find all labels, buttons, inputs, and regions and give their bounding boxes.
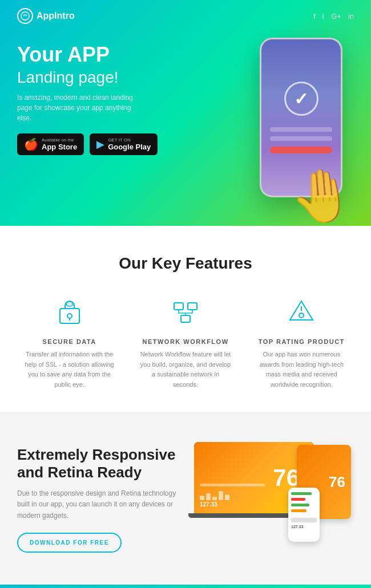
feature-top-rating: TOP RATING PRODUCT Our app has won numer… — [249, 295, 354, 390]
appstore-label: Available on the App Store — [42, 137, 77, 151]
feature-rating-desc: Our app has won numerous awards from lea… — [255, 350, 348, 390]
svg-point-9 — [299, 313, 304, 318]
responsive-desc: Due to the responsive design and Retina … — [17, 488, 177, 521]
feature-network-workflow: NETWORK WORKFLOW Network Workflow featur… — [133, 295, 237, 390]
network-workflow-icon — [168, 295, 203, 330]
responsive-text: Extremely Responsive and Retina Ready Du… — [17, 446, 177, 553]
secure-data-icon — [53, 295, 87, 330]
tablet-number: 76 — [329, 473, 345, 491]
svg-rect-6 — [188, 303, 197, 310]
logo-icon — [17, 8, 33, 24]
hero-section: AppIntro f t G+ in Your APP Landing page… — [0, 0, 371, 226]
svg-rect-5 — [174, 303, 183, 310]
svg-rect-7 — [181, 315, 190, 322]
feature-network-desc: Network Workflow feature will let you bu… — [139, 350, 232, 390]
feature-secure-name: SECURE DATA — [23, 338, 116, 345]
svg-point-0 — [21, 12, 29, 20]
svg-point-2 — [67, 314, 72, 318]
features-title: Our Key Features — [17, 254, 354, 273]
grow-section: We Help You Grow AppIntro Mobile App ena… — [0, 585, 371, 588]
twitter-link[interactable]: t — [322, 12, 325, 21]
store-buttons: 🍎 Available on the App Store ▶ GET IT ON… — [17, 133, 205, 155]
feature-rating-name: TOP RATING PRODUCT — [255, 338, 348, 345]
responsive-title: Extremely Responsive and Retina Ready — [17, 446, 177, 481]
features-section: Our Key Features SECURE DATA Transfer al… — [0, 226, 371, 412]
hero-subtitle: Landing page! — [17, 68, 205, 87]
small-phone-mockup: 127.33 — [288, 488, 320, 542]
top-rating-icon — [284, 295, 318, 330]
facebook-link[interactable]: f — [313, 12, 316, 21]
checkmark-icon: ✓ — [284, 82, 318, 116]
googleplus-link[interactable]: G+ — [331, 12, 341, 21]
feature-secure-desc: Transfer all information with the help o… — [23, 350, 116, 390]
hero-content: Your APP Landing page! Is amazing, moder… — [0, 32, 371, 226]
googleplay-button[interactable]: ▶ GET IT ON Google Play — [90, 133, 158, 155]
feature-network-name: NETWORK WORKFLOW — [139, 338, 232, 345]
appstore-button[interactable]: 🍎 Available on the App Store — [17, 133, 84, 155]
download-button[interactable]: DOWNLOAD FOR FREE — [17, 533, 122, 553]
feature-secure-data: SECURE DATA Transfer all information wit… — [17, 295, 122, 390]
features-grid: SECURE DATA Transfer all information wit… — [17, 295, 354, 390]
googleplay-label: GET IT ON Google Play — [108, 137, 151, 151]
social-links: f t G+ in — [313, 12, 354, 21]
apple-icon: 🍎 — [24, 137, 38, 151]
play-icon: ▶ — [96, 138, 104, 151]
hand-graphic: 🤚 — [288, 163, 357, 226]
hero-description: Is amazing, modern and clean landing pag… — [17, 92, 143, 123]
hero-phone-container: ✓ 🤚 — [205, 38, 354, 209]
responsive-section: Extremely Responsive and Retina Ready Du… — [0, 413, 371, 585]
responsive-visual: 76 127.33 — [194, 442, 354, 556]
hero-title: Your APP — [17, 43, 205, 66]
svg-rect-1 — [60, 309, 79, 323]
logo: AppIntro — [17, 8, 75, 24]
logo-text: AppIntro — [37, 11, 75, 21]
hero-text: Your APP Landing page! Is amazing, moder… — [17, 38, 205, 155]
navigation: AppIntro f t G+ in — [0, 0, 371, 32]
linkedin-link[interactable]: in — [348, 12, 354, 21]
